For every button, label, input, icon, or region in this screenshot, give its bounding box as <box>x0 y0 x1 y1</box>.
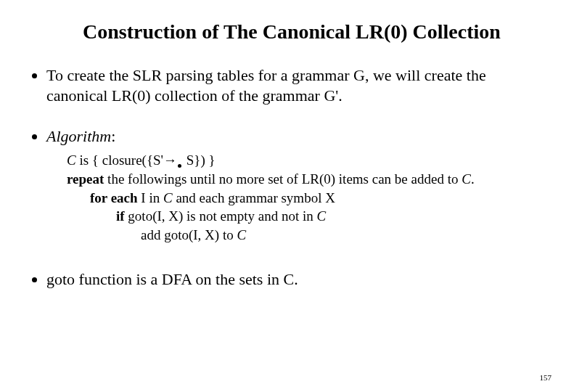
algo-line-2: repeat the followings until no more set … <box>46 170 538 189</box>
algorithm-label: Algorithm <box>46 127 111 145</box>
algo-l1-post: S}) } <box>183 152 216 168</box>
page-number: 157 <box>540 373 552 382</box>
algorithm-block: C is { closure({S'→ S}) } repeat the fol… <box>46 151 538 244</box>
algo-line-4: if goto(I, X) is not empty and not in C <box>46 207 538 226</box>
algo-l2-d: . <box>471 171 475 187</box>
algo-line-1: C is { closure({S'→ S}) } <box>46 151 538 170</box>
algo-l3-b: I in <box>138 190 163 205</box>
slide: Construction of The Canonical LR(0) Coll… <box>0 0 566 392</box>
colon: : <box>111 127 115 145</box>
algo-l1-C: C <box>67 152 76 168</box>
algo-l4-C: C <box>317 208 327 224</box>
bullet-goto: goto function is a DFA on the sets in C. <box>46 269 538 290</box>
algo-l4-if: if <box>116 208 125 224</box>
bullet-algorithm: Algorithm: C is { closure({S'→ S}) } rep… <box>46 126 538 244</box>
bullet-intro: To create the SLR parsing tables for a g… <box>46 65 538 106</box>
algo-l4-b: goto(I, X) is not empty and not in <box>125 208 317 224</box>
algo-l1-arrow: → <box>163 152 177 168</box>
intro-text: To create the SLR parsing tables for a g… <box>46 66 486 105</box>
algo-line-5: add goto(I, X) to C <box>46 226 538 245</box>
bullet-list: To create the SLR parsing tables for a g… <box>28 65 538 290</box>
algo-l3-C: C <box>163 190 173 205</box>
algo-l5-a: add goto(I, X) to <box>141 227 237 242</box>
algo-l1-mid: is { closure({S' <box>76 152 163 168</box>
slide-title: Construction of The Canonical LR(0) Coll… <box>28 20 538 44</box>
goto-text: goto function is a DFA on the sets in C. <box>46 270 298 288</box>
dot-icon <box>178 164 181 168</box>
algo-l3-foreach: for each <box>90 190 138 205</box>
algo-line-3: for each I in C and each grammar symbol … <box>46 189 538 208</box>
algo-l3-d: and each grammar symbol X <box>173 190 335 205</box>
algo-l2-repeat: repeat <box>67 171 104 187</box>
algo-l2-C: C <box>462 171 471 187</box>
algo-l5-C: C <box>237 227 246 242</box>
algo-l2-b: the followings until no more set of LR(0… <box>104 171 462 187</box>
